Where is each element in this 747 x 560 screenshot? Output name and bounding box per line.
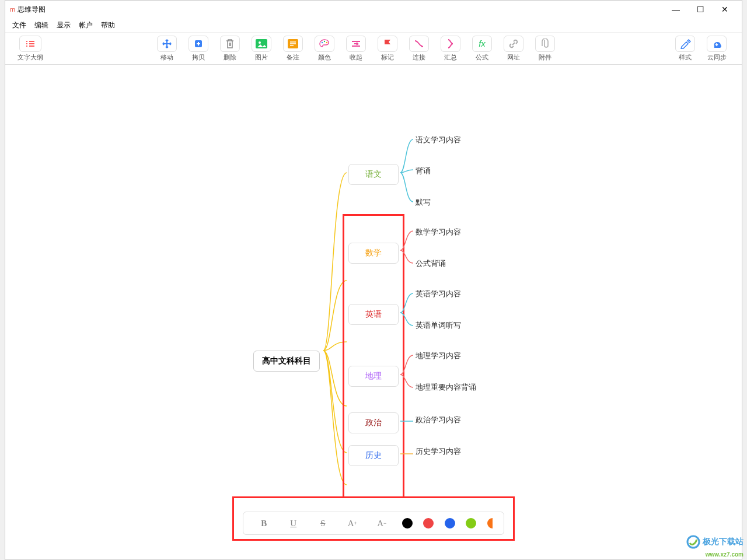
color-icon [315,36,334,52]
tool-move[interactable]: 移动 [151,33,183,64]
image-icon [252,36,271,52]
svg-point-17 [326,41,327,43]
node-dili[interactable]: 地理 [348,366,399,387]
formula-icon: fx [472,36,492,52]
node-yingyu[interactable]: 英语 [348,304,399,325]
outline-icon [19,36,41,52]
tool-url[interactable]: 网址 [498,33,529,64]
menu-help[interactable]: 帮助 [101,20,115,30]
format-strike[interactable]: S [313,515,332,531]
menu-edit[interactable]: 编辑 [34,20,48,30]
tool-image[interactable]: 图片 [246,33,277,64]
leaf-dili-0[interactable]: 地理学习内容 [416,351,461,361]
attach-icon [535,36,555,52]
leaf-yingyu-1[interactable]: 英语单词听写 [416,320,461,331]
menu-view[interactable]: 显示 [57,20,71,30]
mindmap-canvas[interactable]: 高中文科科目 语文 语文学习内容 背诵 默写 数学 数学学习内容 公式背诵 英语… [5,65,742,559]
toolbar: 文字大纲 移动 拷贝 删除 图片 备注 颜色 收起 标记 连接 汇总 fx公式 … [5,32,742,65]
flag-icon [378,36,397,52]
leaf-dili-1[interactable]: 地理重要内容背诵 [416,382,476,393]
leaf-zhengzhi-0[interactable]: 政治学习内容 [416,415,461,425]
tool-sync[interactable]: 云同步 [701,33,732,64]
tool-flag[interactable]: 标记 [372,33,403,64]
tool-style[interactable]: 样式 [669,33,701,64]
tool-attach[interactable]: 附件 [529,33,561,64]
node-shuxue[interactable]: 数学 [348,243,399,264]
menu-file[interactable]: 文件 [12,20,26,30]
leaf-lishi-0[interactable]: 历史学习内容 [416,446,461,457]
color-blue[interactable] [445,518,455,528]
tool-outline[interactable]: 文字大纲 [15,33,46,64]
color-green[interactable] [466,518,476,528]
node-yuwen[interactable]: 语文 [348,164,399,185]
watermark: 极光下载站 www.xz7.com [686,535,743,559]
color-black[interactable] [402,518,413,528]
menubar: 文件 编辑 显示 帐户 帮助 [5,18,742,32]
leaf-yuwen-2[interactable]: 默写 [416,197,431,208]
svg-point-16 [324,40,325,41]
tool-color[interactable]: 颜色 [309,33,340,64]
leaf-yuwen-1[interactable]: 背诵 [416,166,431,176]
url-icon [504,36,523,52]
close-button[interactable]: ✕ [713,1,737,18]
format-bold[interactable]: B [254,515,273,531]
svg-point-10 [259,41,261,44]
watermark-icon [686,535,700,549]
titlebar: m 思维导图 — ☐ ✕ [5,1,742,18]
root-node[interactable]: 高中文科科目 [253,351,320,372]
floating-format-toolbar: B U S A+ A− [243,512,504,535]
menu-account[interactable]: 帐户 [79,20,93,30]
color-orange-half[interactable] [487,518,493,528]
summary-icon [441,36,460,52]
copy-icon [189,36,208,52]
collapse-icon [346,36,366,52]
move-icon [157,36,177,52]
tool-formula[interactable]: fx公式 [466,33,498,64]
app-window: m 思维导图 — ☐ ✕ 文件 编辑 显示 帐户 帮助 文字大纲 移动 拷贝 删… [5,0,742,560]
format-underline[interactable]: U [284,515,303,531]
color-red[interactable] [423,518,434,528]
node-zhengzhi[interactable]: 政治 [348,412,399,433]
window-title: 思维导图 [18,5,664,15]
sync-icon [707,36,727,52]
leaf-yingyu-0[interactable]: 英语学习内容 [416,289,461,299]
format-font-increase[interactable]: A+ [343,515,362,531]
tool-note[interactable]: 备注 [277,33,309,64]
svg-point-20 [687,536,699,548]
maximize-button[interactable]: ☐ [688,1,713,18]
app-logo: m [10,6,15,13]
leaf-shuxue-0[interactable]: 数学学习内容 [416,227,461,237]
tool-copy[interactable]: 拷贝 [183,33,214,64]
minimize-button[interactable]: — [664,1,688,18]
leaf-shuxue-1[interactable]: 公式背诵 [416,258,446,269]
node-lishi[interactable]: 历史 [348,445,399,466]
tool-collapse[interactable]: 收起 [340,33,372,64]
svg-point-15 [322,41,323,43]
leaf-yuwen-0[interactable]: 语文学习内容 [416,135,461,145]
format-font-decrease[interactable]: A− [372,515,391,531]
note-icon [283,36,303,52]
tool-delete[interactable]: 删除 [214,33,246,64]
connect-icon [409,36,429,52]
style-icon [675,36,695,52]
delete-icon [220,36,240,52]
bracket-yuwen [399,135,416,211]
tool-summary[interactable]: 汇总 [435,33,466,64]
tool-connect[interactable]: 连接 [403,33,435,64]
